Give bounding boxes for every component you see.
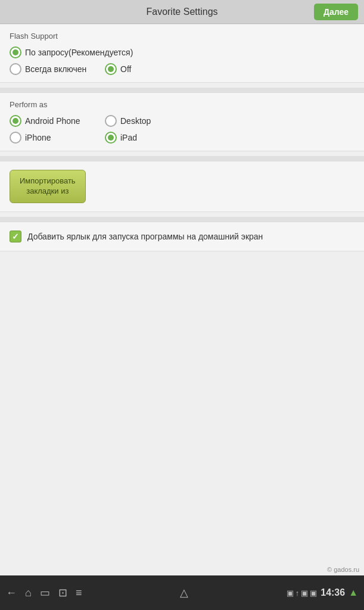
page-title: Favorite Settings (146, 7, 217, 17)
import-btn-line1: Импортировать (20, 176, 76, 185)
perform-ipad-option[interactable]: iPad (105, 132, 200, 144)
perform-desktop-option[interactable]: Desktop (105, 115, 200, 127)
perform-as-title: Perform as (10, 100, 354, 109)
recent-apps-icon[interactable]: ▭ (40, 586, 50, 599)
status-icons: ▣ ↑ ▣ ▣ (287, 589, 318, 597)
perform-desktop-label: Desktop (120, 116, 151, 126)
import-btn-line2: закладки из (26, 186, 69, 195)
status-icon-4: ▣ (310, 589, 317, 597)
nav-left-group: ← ⌂ ▭ ⊡ ≡ (6, 586, 82, 599)
perform-row-2: iPhone iPad (10, 132, 354, 144)
next-button[interactable]: Далее (314, 4, 358, 20)
flash-off-radio[interactable] (105, 63, 117, 75)
perform-android-label: Android Phone (25, 116, 80, 126)
flash-always-option[interactable]: Всегда включен (10, 63, 105, 75)
shortcut-label: Добавить ярлык для запуска программы на … (27, 232, 263, 241)
perform-ipad-radio[interactable] (105, 132, 117, 144)
flash-ondemand-radio[interactable] (10, 46, 21, 58)
clock: 14:36 (321, 587, 345, 598)
screenshot-icon[interactable]: ⊡ (58, 586, 67, 599)
flash-off-option[interactable]: Off (105, 63, 200, 75)
navigation-bar: ← ⌂ ▭ ⊡ ≡ △ ▣ ↑ ▣ ▣ 14:36 ▲ (0, 575, 364, 610)
perform-ipad-label: iPad (120, 133, 137, 142)
flash-off-label: Off (120, 64, 131, 74)
flash-support-section: Flash Support По запросу(Рекомендуется) … (0, 24, 364, 83)
import-section: Импортировать закладки из (0, 161, 364, 212)
copyright: © gados.ru (327, 566, 359, 573)
status-icon-1: ▣ (287, 589, 294, 597)
perform-iphone-radio[interactable] (10, 132, 21, 144)
status-icon-3: ▣ (301, 589, 308, 597)
empty-space (0, 251, 364, 597)
flash-ondemand-label: По запросу(Рекомендуется) (25, 48, 133, 57)
import-bookmarks-button[interactable]: Импортировать закладки из (10, 170, 86, 203)
flash-always-radio[interactable] (10, 63, 21, 75)
perform-row-1: Android Phone Desktop (10, 115, 354, 127)
section-divider-2 (0, 156, 364, 161)
perform-as-section: Perform as Android Phone Desktop iPhone … (0, 92, 364, 151)
section-divider-3 (0, 217, 364, 222)
nav-triangle-icon[interactable]: △ (180, 586, 188, 599)
wifi-icon: ▲ (349, 587, 358, 598)
perform-android-option[interactable]: Android Phone (10, 115, 105, 127)
nav-right-group: ▣ ↑ ▣ ▣ 14:36 ▲ (287, 587, 358, 598)
home-icon[interactable]: ⌂ (25, 587, 32, 599)
flash-support-title: Flash Support (10, 32, 354, 41)
section-divider-1 (0, 88, 364, 92)
flash-ondemand-row[interactable]: По запросу(Рекомендуется) (10, 46, 354, 58)
status-icon-2: ↑ (295, 589, 300, 597)
perform-iphone-label: iPhone (25, 133, 51, 142)
perform-android-radio[interactable] (10, 115, 21, 127)
perform-iphone-option[interactable]: iPhone (10, 132, 105, 144)
title-bar: Favorite Settings Далее (0, 0, 364, 24)
flash-second-row: Всегда включен Off (10, 63, 354, 75)
content-area: Flash Support По запросу(Рекомендуется) … (0, 24, 364, 597)
shortcut-checkbox-section[interactable]: Добавить ярлык для запуска программы на … (0, 222, 364, 251)
perform-desktop-radio[interactable] (105, 115, 117, 127)
flash-ondemand-option[interactable]: По запросу(Рекомендуется) (10, 46, 133, 58)
shortcut-checkbox[interactable] (10, 231, 21, 242)
flash-always-label: Всегда включен (25, 64, 86, 74)
nav-center-group: △ (180, 586, 188, 599)
menu-icon[interactable]: ≡ (76, 587, 82, 599)
back-icon[interactable]: ← (6, 587, 17, 599)
